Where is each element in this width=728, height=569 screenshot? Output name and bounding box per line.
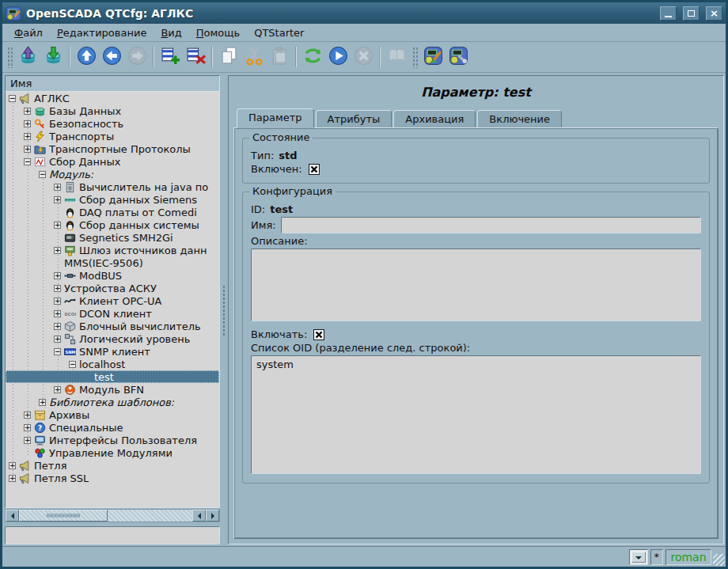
expand-icon[interactable]: + <box>54 310 61 317</box>
tree-filter-input[interactable] <box>5 526 220 544</box>
user-badge[interactable]: roman <box>665 549 711 565</box>
tree-item-MMS(IEC-9506)[interactable]: MMS(IEC-9506) <box>6 256 219 269</box>
collapse-icon[interactable]: − <box>69 361 76 368</box>
expand-icon[interactable]: + <box>54 222 61 229</box>
expand-icon[interactable]: + <box>24 108 31 115</box>
tree-item-Транспорты[interactable]: +Транспорты <box>6 130 219 142</box>
menu-edit[interactable]: Редактирование <box>50 25 154 40</box>
add-item-button[interactable] <box>157 44 183 70</box>
expand-icon[interactable]: + <box>39 399 46 406</box>
maximize-button[interactable] <box>683 6 700 21</box>
tree-item-Шлюз источников данн[interactable]: +Шлюз источников данн <box>6 244 219 256</box>
tab-enabling[interactable]: Включение <box>477 110 562 127</box>
expand-icon[interactable]: + <box>54 247 61 254</box>
collapse-icon[interactable]: − <box>39 171 46 178</box>
menu-view[interactable]: Вид <box>154 25 188 40</box>
expand-icon[interactable]: + <box>24 437 31 444</box>
expand-icon[interactable]: + <box>54 184 61 191</box>
tree-item-Библиотека шаблонов:[interactable]: +Библиотека шаблонов: <box>6 396 219 408</box>
tree-item-DCON клиент[interactable]: +DCONDCON клиент <box>6 307 219 320</box>
expand-icon[interactable]: + <box>24 424 31 431</box>
tree-item-Модуль BFN[interactable]: +Модуль BFN <box>6 383 219 396</box>
menu-file[interactable]: Файл <box>7 25 50 40</box>
tree-item-Устройства АСКУ[interactable]: +Устройства АСКУ <box>6 282 219 294</box>
tree-item-АГЛКС[interactable]: −АГЛКС <box>6 92 219 104</box>
collapse-icon[interactable]: − <box>24 158 31 165</box>
tree-item-Сбор Данных[interactable]: −Сбор Данных <box>6 155 219 168</box>
tab-parameter[interactable]: Параметр <box>237 108 314 128</box>
scroll-left-button[interactable] <box>6 510 19 522</box>
tree-item-Вычислитель на java по[interactable]: +Вычислитель на java по <box>6 180 219 193</box>
tree-item-Клиент OPC-UA[interactable]: +Клиент OPC-UA <box>6 294 219 307</box>
qtstarter-config-button[interactable] <box>446 44 471 70</box>
collapse-icon[interactable]: − <box>9 95 16 102</box>
tree-item-Безопасность[interactable]: +Безопасность <box>6 117 219 130</box>
tab-attributes[interactable]: Атрибуты <box>316 110 392 127</box>
tree-item-test[interactable]: test <box>6 370 219 383</box>
tree-item-Транспортные Протоколы[interactable]: +Транспортные Протоколы <box>6 142 219 155</box>
tree-item-Сбор данных Siemens[interactable]: +Сбор данных Siemens <box>6 193 219 206</box>
tree-item-Интерфейсы Пользователя[interactable]: +Интерфейсы Пользователя <box>6 434 219 446</box>
tree-item-Управление Модулями[interactable]: Управление Модулями <box>6 446 219 459</box>
expand-icon[interactable]: + <box>24 412 31 419</box>
resize-grip[interactable] <box>713 554 725 566</box>
tree-item-localhost[interactable]: −localhost <box>6 358 219 370</box>
copy-item-button[interactable] <box>216 44 241 70</box>
enabled-checkbox[interactable] <box>309 164 320 175</box>
scroll-right-button[interactable] <box>206 510 219 522</box>
tree-item-Segnetics SMH2Gi[interactable]: Segnetics SMH2Gi <box>6 231 219 244</box>
tree-item-DAQ платы от Comedi[interactable]: DAQ платы от Comedi <box>6 206 219 218</box>
status-dropdown-button[interactable] <box>629 549 648 565</box>
cut-item-button[interactable] <box>241 44 267 70</box>
tree-item-Петля[interactable]: +Петля <box>6 459 219 472</box>
tree-item-Архивы[interactable]: +Архивы <box>6 408 219 421</box>
qtstarter-qtcfg-button[interactable] <box>420 44 446 70</box>
expand-icon[interactable]: + <box>24 146 31 153</box>
tab-archiving[interactable]: Архивация <box>393 110 476 127</box>
tree-item-Специальные[interactable]: +?Специальные <box>6 421 219 434</box>
expand-icon[interactable]: + <box>54 272 61 279</box>
expand-icon[interactable]: + <box>54 298 61 305</box>
tree-item-SNMP клиент[interactable]: −SNMPSNMP клиент <box>6 345 219 358</box>
expand-icon[interactable]: + <box>54 336 61 343</box>
tree-item-Сбор данных системы[interactable]: +Сбор данных системы <box>6 218 219 231</box>
menu-help[interactable]: Помощь <box>189 25 247 40</box>
expand-icon[interactable]: + <box>54 196 61 203</box>
tree-horizontal-scrollbar[interactable] <box>5 509 220 522</box>
panel-splitter[interactable] <box>220 75 228 544</box>
scrollbar-track[interactable] <box>108 510 192 522</box>
menu-qtstarter[interactable]: QTStarter <box>247 25 311 40</box>
start-update-button[interactable] <box>325 44 351 70</box>
name-input[interactable] <box>281 217 701 233</box>
up-button[interactable] <box>74 44 99 70</box>
description-textarea[interactable] <box>251 248 701 321</box>
tree-item-Петля SSL[interactable]: +Петля SSL <box>6 472 219 484</box>
expand-icon[interactable]: + <box>54 285 61 292</box>
minimize-button[interactable] <box>660 6 677 21</box>
refresh-button[interactable] <box>300 44 325 70</box>
expand-icon[interactable]: + <box>24 120 31 127</box>
expand-icon[interactable]: + <box>54 386 61 393</box>
tree-item-Логический уровень[interactable]: +Логический уровень <box>6 332 219 345</box>
to-enable-checkbox[interactable] <box>313 329 324 340</box>
expand-icon[interactable]: + <box>24 133 31 140</box>
tree-item-Базы Данных[interactable]: +Базы Данных <box>6 104 219 117</box>
toolbar-handle[interactable] <box>411 46 418 68</box>
save-to-db-button[interactable] <box>40 44 66 70</box>
oid-list-textarea[interactable]: system <box>251 355 701 474</box>
tree-item-ModBUS[interactable]: +ModBUS <box>6 269 219 282</box>
title-bar[interactable]: OpenSCADA QTCfg: АГЛКС × <box>2 2 726 24</box>
tree-item-Блочный вычислитель[interactable]: +Блочный вычислитель <box>6 320 219 332</box>
scroll-left-button-2[interactable] <box>192 510 206 522</box>
load-from-db-button[interactable] <box>15 44 40 70</box>
collapse-icon[interactable]: − <box>54 348 61 355</box>
back-button[interactable] <box>99 44 124 70</box>
expand-icon[interactable]: + <box>9 475 16 482</box>
expand-icon[interactable]: + <box>9 462 16 469</box>
tree-item-Модуль:[interactable]: −Модуль: <box>6 168 219 180</box>
close-button[interactable]: × <box>706 6 722 21</box>
expand-icon[interactable]: + <box>54 323 61 330</box>
delete-item-button[interactable] <box>183 44 208 70</box>
toolbar-handle[interactable] <box>6 46 13 68</box>
scrollbar-thumb[interactable] <box>19 510 108 522</box>
